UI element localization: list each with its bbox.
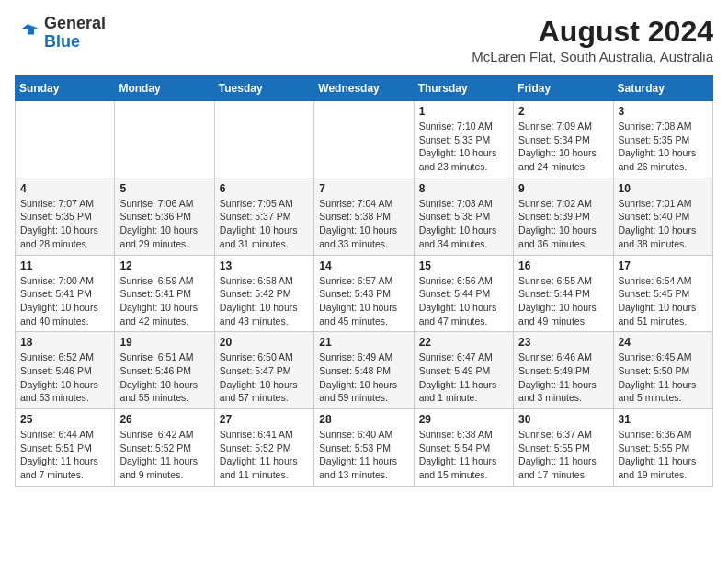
day-info: Sunrise: 6:41 AMSunset: 5:52 PMDaylight:…: [220, 428, 309, 482]
calendar-header: SundayMondayTuesdayWednesdayThursdayFrid…: [16, 76, 713, 101]
calendar-week-row: 25Sunrise: 6:44 AMSunset: 5:51 PMDayligh…: [16, 409, 713, 487]
day-number: 23: [518, 336, 608, 349]
calendar-cell: 2Sunrise: 7:09 AMSunset: 5:34 PMDaylight…: [514, 101, 613, 178]
calendar-cell: 10Sunrise: 7:01 AMSunset: 5:40 PMDayligh…: [613, 178, 712, 255]
day-number: 17: [619, 259, 708, 272]
calendar-cell: 24Sunrise: 6:45 AMSunset: 5:50 PMDayligh…: [613, 332, 712, 409]
calendar-cell: 13Sunrise: 6:58 AMSunset: 5:42 PMDayligh…: [214, 255, 313, 332]
calendar-cell: 22Sunrise: 6:47 AMSunset: 5:49 PMDayligh…: [414, 332, 513, 409]
day-info: Sunrise: 7:02 AMSunset: 5:39 PMDaylight:…: [518, 197, 608, 251]
day-info: Sunrise: 7:09 AMSunset: 5:34 PMDaylight:…: [518, 120, 608, 174]
day-info: Sunrise: 6:37 AMSunset: 5:55 PMDaylight:…: [518, 428, 608, 482]
day-number: 24: [619, 336, 708, 349]
day-info: Sunrise: 7:05 AMSunset: 5:37 PMDaylight:…: [220, 197, 309, 251]
weekday-header-tuesday: Tuesday: [214, 76, 313, 101]
day-number: 3: [619, 105, 708, 118]
logo: General Blue: [15, 15, 106, 52]
day-number: 16: [518, 259, 608, 272]
calendar-cell: 26Sunrise: 6:42 AMSunset: 5:52 PMDayligh…: [115, 409, 214, 487]
day-info: Sunrise: 6:52 AMSunset: 5:46 PMDaylight:…: [20, 350, 109, 405]
weekday-header-sunday: Sunday: [16, 76, 115, 101]
day-number: 4: [20, 182, 109, 195]
weekday-header-thursday: Thursday: [414, 76, 513, 101]
day-number: 25: [20, 413, 109, 426]
calendar-cell: 19Sunrise: 6:51 AMSunset: 5:46 PMDayligh…: [115, 332, 214, 409]
logo-text: General Blue: [44, 15, 106, 52]
logo-icon: [15, 20, 40, 46]
calendar-cell: 6Sunrise: 7:05 AMSunset: 5:37 PMDaylight…: [214, 178, 313, 255]
day-number: 7: [319, 182, 408, 195]
day-number: 12: [119, 259, 209, 272]
day-number: 15: [419, 259, 508, 272]
day-info: Sunrise: 6:46 AMSunset: 5:49 PMDaylight:…: [518, 350, 608, 405]
day-info: Sunrise: 7:04 AMSunset: 5:38 PMDaylight:…: [319, 197, 408, 251]
calendar-week-row: 18Sunrise: 6:52 AMSunset: 5:46 PMDayligh…: [16, 332, 713, 409]
day-info: Sunrise: 6:51 AMSunset: 5:46 PMDaylight:…: [119, 350, 209, 405]
calendar-cell: 14Sunrise: 6:57 AMSunset: 5:43 PMDayligh…: [314, 255, 414, 332]
day-info: Sunrise: 7:01 AMSunset: 5:40 PMDaylight:…: [619, 197, 708, 251]
day-info: Sunrise: 6:50 AMSunset: 5:47 PMDaylight:…: [220, 350, 309, 405]
calendar-cell: 31Sunrise: 6:36 AMSunset: 5:55 PMDayligh…: [613, 409, 712, 487]
weekday-header-monday: Monday: [115, 76, 214, 101]
logo-blue-text: Blue: [44, 32, 80, 51]
day-info: Sunrise: 6:47 AMSunset: 5:49 PMDaylight:…: [419, 350, 508, 405]
day-number: 30: [518, 413, 608, 426]
day-number: 27: [220, 413, 309, 426]
day-number: 29: [419, 413, 508, 426]
day-info: Sunrise: 6:44 AMSunset: 5:51 PMDaylight:…: [20, 428, 109, 482]
day-info: Sunrise: 7:03 AMSunset: 5:38 PMDaylight:…: [419, 197, 508, 251]
calendar-cell: 20Sunrise: 6:50 AMSunset: 5:47 PMDayligh…: [214, 332, 313, 409]
day-number: 13: [220, 259, 309, 272]
calendar-cell: 30Sunrise: 6:37 AMSunset: 5:55 PMDayligh…: [514, 409, 613, 487]
calendar-cell: 12Sunrise: 6:59 AMSunset: 5:41 PMDayligh…: [115, 255, 214, 332]
calendar-cell: 4Sunrise: 7:07 AMSunset: 5:35 PMDaylight…: [16, 178, 115, 255]
calendar-cell: 5Sunrise: 7:06 AMSunset: 5:36 PMDaylight…: [115, 178, 214, 255]
day-number: 9: [518, 182, 608, 195]
day-info: Sunrise: 6:42 AMSunset: 5:52 PMDaylight:…: [119, 428, 209, 482]
calendar-cell: 27Sunrise: 6:41 AMSunset: 5:52 PMDayligh…: [214, 409, 313, 487]
title-block: August 2024 McLaren Flat, South Australi…: [472, 15, 713, 64]
day-info: Sunrise: 6:58 AMSunset: 5:42 PMDaylight:…: [220, 274, 309, 328]
calendar-table: SundayMondayTuesdayWednesdayThursdayFrid…: [15, 75, 713, 487]
day-number: 2: [518, 105, 608, 118]
page-header: General Blue August 2024 McLaren Flat, S…: [15, 15, 713, 64]
day-info: Sunrise: 7:06 AMSunset: 5:36 PMDaylight:…: [119, 197, 209, 251]
day-info: Sunrise: 6:59 AMSunset: 5:41 PMDaylight:…: [119, 274, 209, 328]
day-info: Sunrise: 6:49 AMSunset: 5:48 PMDaylight:…: [319, 350, 408, 405]
calendar-cell: 7Sunrise: 7:04 AMSunset: 5:38 PMDaylight…: [314, 178, 414, 255]
day-info: Sunrise: 6:45 AMSunset: 5:50 PMDaylight:…: [619, 350, 708, 405]
logo-general-text: General: [44, 14, 106, 32]
calendar-cell: 23Sunrise: 6:46 AMSunset: 5:49 PMDayligh…: [514, 332, 613, 409]
calendar-cell: [16, 101, 115, 178]
calendar-cell: 15Sunrise: 6:56 AMSunset: 5:44 PMDayligh…: [414, 255, 513, 332]
calendar-cell: [214, 101, 313, 178]
calendar-cell: 21Sunrise: 6:49 AMSunset: 5:48 PMDayligh…: [314, 332, 414, 409]
calendar-cell: 3Sunrise: 7:08 AMSunset: 5:35 PMDaylight…: [613, 101, 712, 178]
day-info: Sunrise: 6:57 AMSunset: 5:43 PMDaylight:…: [319, 274, 408, 328]
calendar-week-row: 1Sunrise: 7:10 AMSunset: 5:33 PMDaylight…: [16, 101, 713, 178]
day-number: 21: [319, 336, 408, 349]
calendar-week-row: 4Sunrise: 7:07 AMSunset: 5:35 PMDaylight…: [16, 178, 713, 255]
page-subtitle: McLaren Flat, South Australia, Australia: [472, 49, 713, 64]
day-info: Sunrise: 6:38 AMSunset: 5:54 PMDaylight:…: [419, 428, 508, 482]
calendar-cell: 8Sunrise: 7:03 AMSunset: 5:38 PMDaylight…: [414, 178, 513, 255]
page-title: August 2024: [472, 15, 713, 49]
calendar-cell: 9Sunrise: 7:02 AMSunset: 5:39 PMDaylight…: [514, 178, 613, 255]
calendar-cell: 25Sunrise: 6:44 AMSunset: 5:51 PMDayligh…: [16, 409, 115, 487]
day-info: Sunrise: 6:54 AMSunset: 5:45 PMDaylight:…: [619, 274, 708, 328]
weekday-header-wednesday: Wednesday: [314, 76, 414, 101]
day-info: Sunrise: 6:40 AMSunset: 5:53 PMDaylight:…: [319, 428, 408, 482]
calendar-cell: [314, 101, 414, 178]
calendar-cell: [115, 101, 214, 178]
day-number: 14: [319, 259, 408, 272]
weekday-header-row: SundayMondayTuesdayWednesdayThursdayFrid…: [16, 76, 713, 101]
day-number: 18: [20, 336, 109, 349]
calendar-cell: 28Sunrise: 6:40 AMSunset: 5:53 PMDayligh…: [314, 409, 414, 487]
calendar-cell: 11Sunrise: 7:00 AMSunset: 5:41 PMDayligh…: [16, 255, 115, 332]
day-info: Sunrise: 6:36 AMSunset: 5:55 PMDaylight:…: [619, 428, 708, 482]
day-number: 10: [619, 182, 708, 195]
weekday-header-friday: Friday: [514, 76, 613, 101]
day-number: 26: [119, 413, 209, 426]
day-number: 6: [220, 182, 309, 195]
calendar-cell: 18Sunrise: 6:52 AMSunset: 5:46 PMDayligh…: [16, 332, 115, 409]
